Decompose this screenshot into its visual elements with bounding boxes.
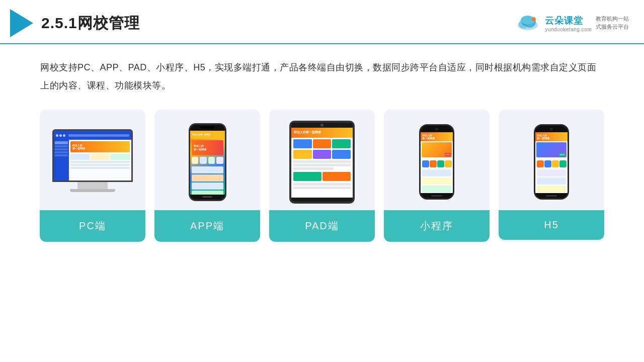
logo-triangle-icon — [10, 9, 33, 37]
card-app-image: 职达人的第一堂网课 职达人的第一堂网课 — [154, 110, 260, 210]
cloud-logo — [515, 14, 541, 32]
phone-miniapp-icon: 职达人的第一堂网课 HOT — [419, 124, 454, 200]
svg-point-5 — [532, 17, 536, 21]
card-h5-image: 职达人的第一堂网课 NEW — [499, 110, 604, 210]
card-miniapp-label: 小程序 — [384, 210, 490, 242]
card-pc-label: PC端 — [40, 210, 145, 242]
phone-app-icon: 职达人的第一堂网课 职达人的第一堂网课 — [189, 123, 226, 201]
cloud-icon — [515, 14, 541, 32]
card-app-label: APP端 — [154, 210, 260, 242]
brand-name: 云朵课堂 — [545, 15, 592, 27]
brand-slogan-line2: 式服务云平台 — [596, 23, 629, 31]
header-left: 2.5.1网校管理 — [10, 9, 140, 37]
card-h5-label: H5 — [499, 210, 604, 240]
card-miniapp-image: 职达人的第一堂网课 HOT — [384, 110, 490, 210]
description-text: 网校支持PC、APP、PAD、小程序、H5，实现多端打通，产品各终端自由切换，数… — [0, 44, 644, 105]
cards-container: 职达人的第一堂网课 — [0, 105, 644, 252]
card-miniapp: 职达人的第一堂网课 HOT — [384, 110, 490, 242]
card-app: 职达人的第一堂网课 职达人的第一堂网课 — [154, 110, 260, 242]
page-title: 2.5.1网校管理 — [41, 13, 140, 34]
brand-slogan: 教育机构一站 式服务云平台 — [596, 15, 629, 31]
header: 2.5.1网校管理 云朵课堂 yunduoketang.com 教育机构一站 式… — [0, 0, 644, 44]
card-pad-label: PAD端 — [269, 210, 375, 242]
pc-monitor-icon: 职达人的第一堂网课 — [52, 129, 133, 195]
brand-url: yunduoketang.com — [545, 27, 592, 32]
card-h5: 职达人的第一堂网课 NEW — [499, 110, 604, 242]
phone-h5-icon: 职达人的第一堂网课 NEW — [534, 124, 569, 200]
card-pad-image: 职达人的第一堂网课 — [269, 110, 375, 210]
card-pc-image: 职达人的第一堂网课 — [40, 110, 145, 210]
card-pc: 职达人的第一堂网课 — [40, 110, 145, 242]
card-pad: 职达人的第一堂网课 — [269, 110, 375, 242]
brand-slogan-line1: 教育机构一站 — [596, 15, 629, 23]
brand-info: 云朵课堂 yunduoketang.com — [545, 15, 592, 32]
tablet-pad-icon: 职达人的第一堂网课 — [289, 121, 355, 204]
header-right: 云朵课堂 yunduoketang.com 教育机构一站 式服务云平台 — [515, 14, 629, 32]
